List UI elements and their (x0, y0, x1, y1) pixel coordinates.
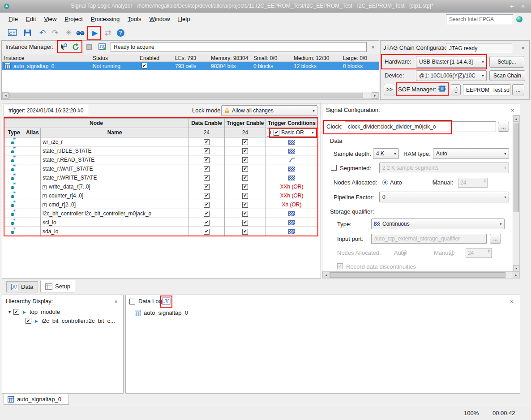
alias-cell[interactable] (24, 146, 41, 155)
rising-edge-icon[interactable] (288, 157, 295, 163)
sof-chip-icon[interactable] (438, 85, 446, 94)
col-les[interactable]: LEs: 793 (175, 55, 196, 61)
alias-cell[interactable] (24, 137, 41, 146)
node-name-cell[interactable]: +counter_r[4..0] (41, 191, 189, 200)
data-enable-cell[interactable]: ✔ (189, 155, 225, 164)
node-row[interactable]: ✳+cmd_r[2..0]✔✔Xh (OR) (4, 200, 318, 209)
data-enable-cell[interactable]: ✔ (189, 173, 225, 182)
data-enable-cell[interactable]: ✔ (189, 209, 225, 218)
clock-field[interactable]: clock_divider:clock_divider_m0|clk_o (345, 121, 496, 132)
alias-cell[interactable] (24, 209, 41, 218)
data-enable-checkbox[interactable]: ✔ (204, 139, 210, 145)
trigger-condition-cell[interactable] (266, 164, 318, 173)
menu-help[interactable]: Help (174, 14, 194, 24)
trigger-enable-checkbox[interactable]: ✔ (242, 202, 248, 208)
ram-type-combo[interactable]: Auto▼ (433, 148, 509, 159)
stop-analysis-icon[interactable] (86, 44, 92, 50)
close-button[interactable]: × (518, 2, 527, 11)
data-enable-checkbox[interactable]: ✔ (204, 229, 210, 235)
trigger-enable-cell[interactable]: ✔ (225, 173, 266, 182)
node-row[interactable]: ✳i2c_bit_controller:i2c_bit_controller_m… (4, 209, 318, 218)
node-row[interactable]: ✳state_r.WRITE_STATE✔✔ (4, 173, 318, 182)
data-log-item[interactable]: auto_signaltap_0 (135, 309, 188, 316)
minimize-button[interactable]: – (496, 2, 505, 11)
tree-expander-icon[interactable]: ▾ (9, 309, 11, 314)
new-stp-file-icon[interactable] (6, 27, 18, 39)
node-name-cell[interactable]: state_r.WAIT_STATE (41, 164, 189, 173)
hardware-setup-button[interactable]: Setup... (489, 56, 524, 68)
trigger-condition-cell[interactable] (266, 227, 318, 236)
hierarchy-close-icon[interactable]: × (112, 298, 120, 305)
dont-care-pattern-icon[interactable] (288, 211, 295, 216)
sof-browse-button[interactable]: ... (512, 84, 524, 95)
instance-manager-close-icon[interactable]: × (369, 43, 377, 51)
trigger-enable-checkbox[interactable]: ✔ (242, 166, 248, 172)
node-name-cell[interactable]: state_r.READ_STATE (41, 155, 189, 164)
signal-config-close-icon[interactable]: × (509, 107, 516, 114)
undo-icon[interactable]: ↶ (37, 27, 48, 39)
tab-data[interactable]: Data (6, 281, 38, 292)
trigger-enable-cell[interactable]: ✔ (225, 164, 266, 173)
scroll-left-icon[interactable]: ◄ (323, 272, 330, 278)
alias-cell[interactable] (24, 200, 41, 209)
tree-item-top-module[interactable]: ▾ ✔ ► top_module (9, 309, 60, 315)
trigger-condition-cell[interactable] (266, 155, 318, 164)
tab-setup[interactable]: Setup (40, 280, 75, 292)
tree-item-i2c-bit-controller[interactable]: ✔ ► i2c_bit_controller:i2c_bit_c... (26, 317, 115, 324)
scroll-right-icon[interactable]: ► (372, 92, 378, 99)
save-icon[interactable] (21, 27, 33, 39)
data-enable-checkbox[interactable]: ✔ (204, 148, 210, 154)
run-autorun-analysis-icon[interactable] (60, 43, 68, 52)
trigger-tab[interactable]: trigger: 2024/01/04 16:32:20 #0 (4, 105, 88, 116)
data-enable-cell[interactable]: ✔ (189, 200, 225, 209)
dont-care-pattern-icon[interactable] (288, 140, 295, 145)
node-name-cell[interactable]: scl_io (41, 218, 189, 227)
trigger-enable-checkbox[interactable]: ✔ (242, 220, 248, 226)
trigger-enable-cell[interactable]: ✔ (225, 209, 266, 218)
instance-row[interactable]: auto_signaltap_0 Not running ✔ 793 cells… (2, 62, 379, 70)
menu-file[interactable]: File (4, 14, 22, 24)
data-enable-checkbox[interactable]: ✔ (204, 211, 210, 217)
node-name-cell[interactable]: state_r.WRITE_STATE (41, 173, 189, 182)
data-log-close-icon[interactable]: × (508, 298, 515, 305)
expand-plus-icon[interactable]: + (43, 203, 47, 207)
read-data-icon[interactable] (98, 43, 107, 52)
node-row[interactable]: ✳sda_io✔✔ (4, 227, 318, 236)
condition-value[interactable]: XXh (OR) (280, 184, 303, 190)
trigger-condition-mode-combo[interactable]: 1 ✔ Basic OR ▼ (267, 129, 317, 137)
analysis-icon[interactable]: ✳ (63, 27, 74, 39)
col-large[interactable]: Large: 0/0 (343, 55, 367, 61)
node-row[interactable]: ✳scl_io✔✔ (4, 218, 318, 227)
trigger-enable-cell[interactable]: ✔ (225, 191, 266, 200)
signal-config-vscrollbar[interactable]: ▲ ▼ (513, 115, 520, 272)
scroll-left-icon[interactable]: ◄ (2, 92, 9, 99)
top-module-checkbox[interactable]: ✔ (13, 309, 19, 315)
hardware-combo[interactable]: USB-Blaster [1-14.4.3]▼ (416, 56, 487, 68)
col-instance[interactable]: Instance (4, 55, 24, 61)
col-small[interactable]: Small: 0/0 (253, 55, 277, 61)
trigger-enable-cell[interactable]: ✔ (225, 146, 266, 155)
trigger-enable-cell[interactable]: ✔ (225, 227, 266, 236)
dont-care-pattern-icon[interactable] (288, 176, 295, 180)
nodes-auto-radio[interactable] (382, 180, 388, 185)
alias-cell[interactable] (24, 191, 41, 200)
expand-plus-icon[interactable]: + (43, 194, 47, 198)
alias-cell[interactable] (24, 182, 41, 191)
node-name-cell[interactable]: +cmd_r[2..0] (41, 200, 189, 209)
menu-view[interactable]: View (40, 14, 60, 24)
dont-care-pattern-icon[interactable] (288, 220, 295, 225)
data-enable-cell[interactable]: ✔ (189, 191, 225, 200)
trigger-enable-checkbox[interactable]: ✔ (242, 175, 248, 181)
expand-plus-icon[interactable]: + (43, 185, 47, 189)
node-name-cell[interactable]: i2c_bit_controller:i2c_bit_controller_m0… (41, 209, 189, 218)
menu-edit[interactable]: Edit (22, 14, 40, 24)
attach-sof-paperclip-icon[interactable] (451, 84, 461, 95)
col-enabled[interactable]: Enabled (140, 55, 159, 61)
node-row[interactable]: ✳state_r.IDLE_STATE✔✔ (4, 146, 318, 155)
trigger-enable-cell[interactable]: ✔ (225, 200, 266, 209)
alias-cell[interactable] (24, 218, 41, 227)
trigger-condition-cell[interactable]: Xh (OR) (266, 200, 318, 209)
input-port-browse-button[interactable]: ... (490, 234, 501, 244)
data-enable-checkbox[interactable]: ✔ (204, 175, 210, 181)
scroll-up-icon[interactable]: ▲ (513, 116, 519, 122)
